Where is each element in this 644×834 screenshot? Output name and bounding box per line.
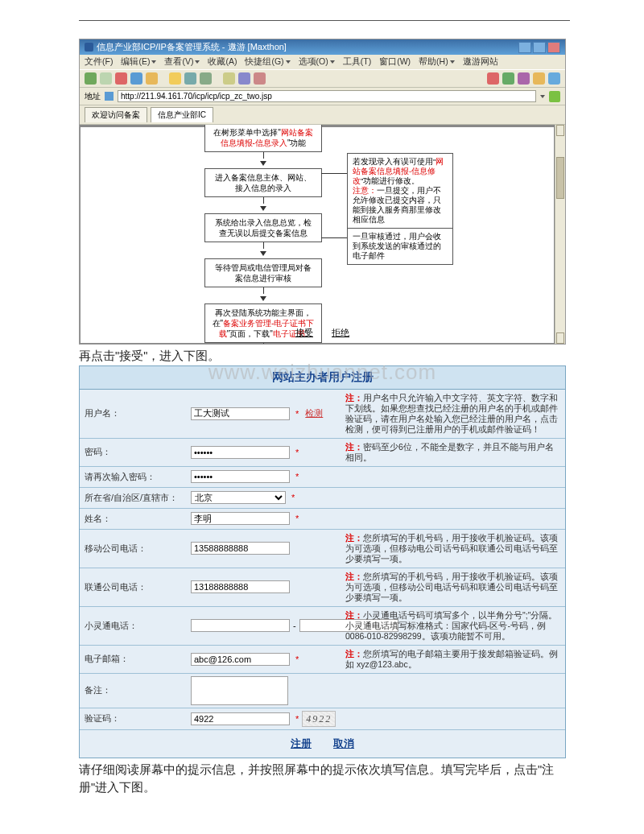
password-input[interactable]	[191, 446, 290, 459]
menu-bar: 文件(F) 编辑(E) 查看(V) 收藏(A) 快捷组(G) 选项(O) 工具(…	[80, 55, 565, 69]
unicom-hint: 注：您所填写的手机号码，用于接收手机验证码。该项为可选项，但移动公司电话号码和联…	[341, 568, 565, 606]
xlt-input-1[interactable]	[191, 619, 290, 632]
flow-side-note-2: 一旦审核通过，用户会收到系统发送的审核通过的电子邮件	[347, 228, 453, 265]
menu-group[interactable]: 快捷组(G)	[245, 56, 290, 68]
form-title: 网站主办者用户注册	[80, 366, 565, 390]
app-icon	[85, 43, 93, 52]
page-icon	[105, 92, 114, 101]
captcha-input[interactable]	[191, 712, 290, 725]
accept-link[interactable]: 接受	[295, 328, 313, 337]
maximize-button[interactable]	[533, 42, 546, 53]
captcha-label: 验证码：	[80, 708, 186, 729]
scroll-thumb[interactable]	[556, 157, 564, 199]
favorites-icon[interactable]	[169, 72, 181, 85]
forward-icon[interactable]	[100, 72, 112, 85]
password-hint: 注：密码至少6位，不能全是数字，并且不能与用户名相同。	[341, 439, 565, 466]
window-title: 信息产业部ICP/IP备案管理系统 - 遨游 [Maxthon]	[97, 41, 287, 53]
region-label: 所在省/自治区/直辖市：	[80, 488, 186, 508]
xlt-label: 小灵通电话：	[80, 607, 186, 645]
flow-side-note-1: 若发现录入有误可使用"网站备案信息填报-信息修改"功能进行修改。 注意：一旦提交…	[347, 153, 453, 229]
tool-icon[interactable]	[223, 72, 235, 85]
flow-step-4: 等待管局或电信管理局对备案信息进行审核	[204, 258, 322, 287]
xlt-hint: 注：小灵通电话号码可填写多个，以半角分号";"分隔。小灵通电话填写标准格式：国家…	[341, 607, 565, 645]
note-textarea[interactable]	[191, 676, 288, 705]
refresh-icon[interactable]	[130, 72, 142, 85]
address-dropdown-icon[interactable]	[540, 95, 545, 98]
page-content: 在树形菜单中选择"网站备案信息填报-信息录入"功能 进入备案信息主体、网站、接入…	[80, 125, 565, 344]
username-hint: 注：用户名中只允许输入中文字符、英文字符、数字和下划线。如果您想查找已经注册的用…	[341, 390, 565, 438]
address-bar: 地址	[80, 88, 565, 105]
extra-icon[interactable]	[502, 72, 514, 85]
menu-file[interactable]: 文件(F)	[85, 56, 113, 68]
reject-link[interactable]: 拒绝	[332, 328, 349, 337]
detect-link[interactable]: 检测	[305, 407, 323, 419]
tool2-icon[interactable]	[238, 72, 250, 85]
scroll-down-icon[interactable]	[556, 332, 564, 344]
tab-welcome[interactable]: 欢迎访问备案	[85, 107, 147, 122]
flow-step-1: 在树形菜单中选择"网站备案信息填报-信息录入"功能	[204, 125, 322, 152]
note-label: 备注：	[80, 674, 186, 708]
window-titlebar: 信息产业部ICP/IP备案管理系统 - 遨游 [Maxthon]	[80, 39, 565, 55]
stop-icon[interactable]	[115, 72, 127, 85]
tab-strip: 欢迎访问备案 信息产业部IC	[80, 105, 565, 125]
tab-icp[interactable]: 信息产业部IC	[151, 107, 213, 122]
menu-edit[interactable]: 编辑(E)	[121, 56, 156, 68]
tool3-icon[interactable]	[254, 72, 266, 85]
username-input[interactable]	[191, 407, 290, 420]
address-input[interactable]	[118, 90, 536, 102]
password2-input[interactable]	[191, 470, 290, 483]
block-icon[interactable]	[487, 72, 499, 85]
menu-help[interactable]: 帮助(H)	[419, 56, 455, 68]
instruction-text-1: 再点击"接受"，进入下图。	[79, 348, 570, 365]
address-label: 地址	[85, 91, 101, 102]
extra4-icon[interactable]	[548, 72, 560, 85]
menu-options[interactable]: 选项(O)	[299, 56, 335, 68]
window-buttons	[518, 42, 560, 53]
browser-window-screenshot: 信息产业部ICP/IP备案管理系统 - 遨游 [Maxthon] 文件(F) 编…	[79, 39, 566, 345]
registration-form-screenshot: www.weizhuannet.com 网站主办者用户注册 用户名： *检测 注…	[79, 365, 566, 758]
captcha-image: 4922	[302, 711, 336, 727]
flow-step-2: 进入备案信息主体、网站、接入信息的录入	[204, 168, 322, 197]
password2-label: 请再次输入密码：	[80, 467, 186, 487]
region-select[interactable]: 北京	[191, 491, 286, 504]
username-label: 用户名：	[80, 390, 186, 438]
menu-window[interactable]: 窗口(W)	[379, 56, 411, 68]
name-input[interactable]	[191, 512, 290, 525]
close-button[interactable]	[547, 42, 560, 53]
password-label: 密码：	[80, 439, 186, 466]
menu-site[interactable]: 遨游网站	[463, 56, 498, 68]
instruction-text-2: 请仔细阅读屏幕中的提示信息，并按照屏幕中的提示依次填写信息。填写完毕后，点击"注…	[79, 762, 570, 797]
mobile-hint: 注：您所填写的手机号码，用于接收手机验证码。该项为可选项，但移动电公司话号码和联…	[341, 530, 565, 568]
email-hint: 注：您所填写的电子邮箱主要用于接发邮箱验证码。例如 xyz@123.abc。	[341, 646, 565, 673]
history-icon[interactable]	[184, 72, 196, 85]
go-button[interactable]	[549, 91, 560, 102]
home-icon[interactable]	[146, 72, 158, 85]
minimize-button[interactable]	[518, 42, 531, 53]
menu-view[interactable]: 查看(V)	[164, 56, 200, 68]
unicom-label: 联通公司电话：	[80, 568, 186, 606]
find-icon[interactable]	[200, 72, 212, 85]
name-label: 姓名：	[80, 509, 186, 529]
scrollbar[interactable]	[555, 125, 565, 344]
flow-step-3: 系统给出录入信息总览，检查无误以后提交备案信息	[204, 213, 322, 242]
email-input[interactable]	[191, 653, 290, 666]
back-icon[interactable]	[85, 72, 97, 85]
mobile-input[interactable]	[191, 542, 290, 555]
mobile-label: 移动公司电话：	[80, 530, 186, 568]
unicom-input[interactable]	[191, 580, 290, 593]
register-button[interactable]: 注册	[291, 737, 312, 749]
extra3-icon[interactable]	[533, 72, 545, 85]
menu-fav[interactable]: 收藏(A)	[208, 56, 237, 68]
scroll-up-icon[interactable]	[556, 125, 564, 136]
menu-tools[interactable]: 工具(T)	[343, 56, 371, 68]
email-label: 电子邮箱：	[80, 646, 186, 673]
cancel-button[interactable]: 取消	[333, 737, 354, 749]
toolbar	[80, 69, 565, 88]
extra2-icon[interactable]	[518, 72, 530, 85]
